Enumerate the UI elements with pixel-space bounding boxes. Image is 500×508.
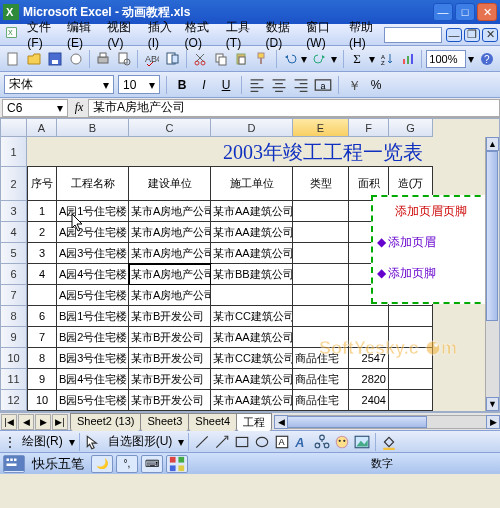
percent-button[interactable]: % [367, 76, 385, 94]
cell[interactable]: 2 [27, 222, 57, 243]
ime-keyboard-icon[interactable] [3, 455, 25, 473]
table-header[interactable]: 施工单位 [211, 167, 293, 201]
cell[interactable]: A园3号住宅楼 [57, 243, 129, 264]
vertical-scroll-thumb[interactable] [486, 151, 498, 321]
column-header-D[interactable]: D [211, 119, 293, 137]
sheet-tab[interactable]: 工程 [236, 413, 272, 431]
font-size-combobox[interactable]: 10▾ [118, 75, 160, 94]
autoshapes-menu[interactable]: 自选图形(U) [104, 433, 177, 450]
menu-file[interactable]: 文件(F) [21, 17, 61, 52]
sheet-tab[interactable]: Sheet3 [140, 413, 189, 431]
column-header-C[interactable]: C [129, 119, 211, 137]
redo-icon[interactable] [311, 49, 330, 69]
cell[interactable]: 某市AA建筑公司 [211, 327, 293, 348]
cell[interactable] [293, 243, 349, 264]
textbox-icon[interactable]: A [273, 433, 291, 451]
cell[interactable] [293, 222, 349, 243]
tab-nav-first[interactable]: |◀ [1, 414, 17, 430]
undo-icon[interactable] [281, 49, 300, 69]
cell[interactable]: 某市A房地产公司 [129, 243, 211, 264]
cell[interactable] [27, 285, 57, 306]
cell[interactable] [293, 327, 349, 348]
autosum-icon[interactable]: Σ [348, 49, 367, 69]
cell[interactable] [349, 306, 389, 327]
scroll-up-arrow[interactable]: ▲ [486, 137, 499, 151]
cell[interactable] [349, 327, 389, 348]
cell[interactable] [293, 285, 349, 306]
horizontal-scrollbar[interactable]: ◀ ▶ [274, 415, 500, 429]
chart-wizard-icon[interactable] [399, 49, 418, 69]
menu-edit[interactable]: 编辑(E) [61, 17, 101, 52]
paste-icon[interactable] [232, 49, 251, 69]
ime-fullhalf-icon[interactable]: 🌙 [91, 455, 113, 473]
cell[interactable]: 某市AA建筑公司 [211, 369, 293, 390]
row-header-1[interactable]: 1 [1, 137, 27, 167]
italic-button[interactable]: I [195, 76, 213, 94]
cell[interactable]: 商品住宅 [293, 390, 349, 411]
open-icon[interactable] [25, 49, 44, 69]
merge-center-button[interactable]: a [314, 76, 332, 94]
cell[interactable]: 某市B开发公司 [129, 306, 211, 327]
fx-icon[interactable]: fx [70, 100, 88, 115]
popup-add-footer[interactable]: 添加页脚 [377, 265, 485, 282]
autosum-dropdown[interactable]: ▾ [369, 52, 376, 66]
cell[interactable]: 7 [27, 327, 57, 348]
save-icon[interactable] [45, 49, 64, 69]
help-icon[interactable]: ? [477, 49, 496, 69]
column-header-E[interactable]: E [293, 119, 349, 137]
row-header-2[interactable]: 2 [1, 167, 27, 201]
cell[interactable]: 某市CC建筑公司 [211, 306, 293, 327]
clipart-icon[interactable] [333, 433, 351, 451]
cell[interactable]: 某市B开发公司 [129, 327, 211, 348]
cell[interactable]: B园3号住宅楼 [57, 348, 129, 369]
cell[interactable]: A园2号住宅楼 [57, 222, 129, 243]
cell[interactable] [293, 201, 349, 222]
menu-tools[interactable]: 工具(T) [220, 17, 260, 52]
tab-nav-prev[interactable]: ◀ [18, 414, 34, 430]
align-right-button[interactable] [292, 76, 310, 94]
cell[interactable] [211, 285, 293, 306]
rectangle-icon[interactable] [233, 433, 251, 451]
align-left-button[interactable] [248, 76, 266, 94]
cell[interactable]: 商品住宅 [293, 348, 349, 369]
cell[interactable]: 某市A房地产公司 [129, 222, 211, 243]
formula-input[interactable]: 某市A房地产公司 [88, 99, 500, 117]
horizontal-scroll-thumb[interactable] [287, 416, 427, 428]
close-button[interactable]: ✕ [477, 3, 497, 21]
select-all-corner[interactable] [1, 119, 27, 137]
name-box[interactable]: C6▾ [2, 99, 68, 117]
row-header-6[interactable]: 6 [1, 264, 27, 285]
cell[interactable]: 某市AA建筑公司 [211, 222, 293, 243]
cell[interactable]: B园4号住宅楼 [57, 369, 129, 390]
column-header-B[interactable]: B [57, 119, 129, 137]
spelling-icon[interactable]: ABC [142, 49, 161, 69]
cell[interactable]: 某市B开发公司 [129, 369, 211, 390]
cell[interactable] [389, 306, 433, 327]
cell[interactable]: 4 [27, 264, 57, 285]
diagram-icon[interactable] [313, 433, 331, 451]
arrow-icon[interactable] [213, 433, 231, 451]
maximize-button[interactable]: □ [455, 3, 475, 21]
insert-picture-icon[interactable] [353, 433, 371, 451]
font-name-combobox[interactable]: 宋体▾ [4, 75, 114, 94]
column-header-F[interactable]: F [349, 119, 389, 137]
cell[interactable]: A园4号住宅楼 [57, 264, 129, 285]
cell[interactable] [293, 264, 349, 285]
column-header-G[interactable]: G [389, 119, 433, 137]
row-header-3[interactable]: 3 [1, 201, 27, 222]
ime-punct-icon[interactable]: °, [116, 455, 138, 473]
cell[interactable]: 3 [27, 243, 57, 264]
tab-nav-next[interactable]: ▶ [35, 414, 51, 430]
new-icon[interactable] [4, 49, 23, 69]
cell[interactable]: 1 [27, 201, 57, 222]
underline-button[interactable]: U [217, 76, 235, 94]
row-header-9[interactable]: 9 [1, 327, 27, 348]
align-center-button[interactable] [270, 76, 288, 94]
menu-format[interactable]: 格式(O) [179, 17, 220, 52]
vertical-scrollbar[interactable]: ▲ ▼ [485, 137, 499, 411]
sort-asc-icon[interactable]: AZ [378, 49, 397, 69]
cell[interactable]: 2547 [349, 348, 389, 369]
row-header-4[interactable]: 4 [1, 222, 27, 243]
cell[interactable]: 8 [27, 348, 57, 369]
cell[interactable]: 某市AA建筑公司 [211, 201, 293, 222]
